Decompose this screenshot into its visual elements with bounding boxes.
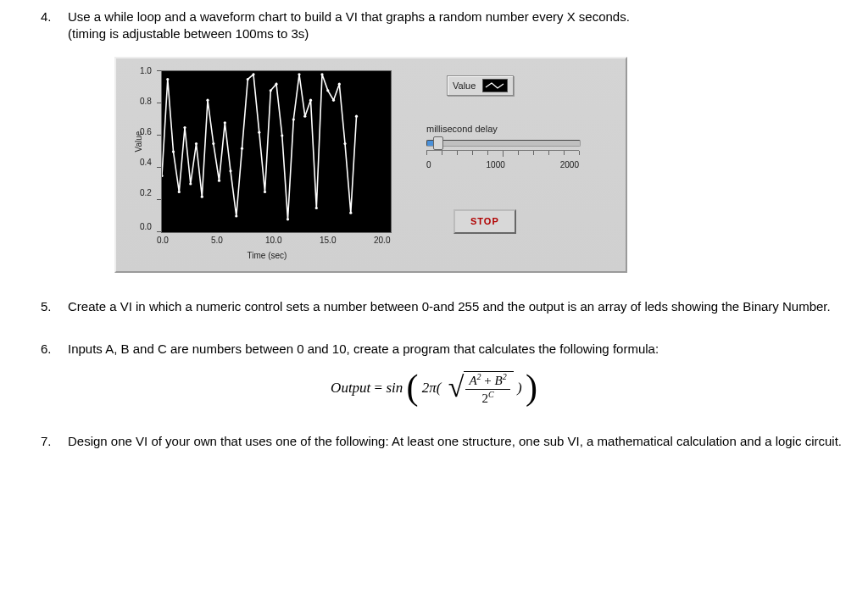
y-axis-label: Value (133, 116, 144, 167)
svg-point-9 (212, 142, 214, 145)
q6-number: 6. (41, 341, 52, 358)
svg-point-13 (235, 214, 237, 217)
q4-number: 4. (41, 8, 52, 25)
svg-point-7 (201, 196, 203, 198)
q5-text: Create a VI in which a numeric control s… (68, 298, 843, 315)
svg-point-5 (189, 182, 192, 185)
slider-max: 2000 (560, 159, 579, 170)
slider-scale-values: 0 1000 2000 (426, 159, 579, 170)
svg-point-29 (326, 89, 329, 92)
svg-point-30 (332, 99, 335, 102)
legend-swatch (482, 79, 508, 92)
q7-number: 7. (41, 433, 52, 450)
q7-text: Design one VI of your own that uses one … (68, 433, 843, 450)
svg-point-28 (320, 73, 323, 75)
svg-point-31 (338, 83, 341, 86)
formula-func: sin (386, 380, 403, 396)
svg-point-3 (178, 191, 181, 193)
svg-point-8 (206, 99, 209, 102)
slider-label: millisecond delay (426, 123, 619, 135)
svg-point-12 (229, 169, 231, 172)
sqrt-body: A2 + B2 2C (464, 371, 513, 407)
svg-point-15 (247, 78, 249, 80)
question-4: 4. Use a while loop and a waveform chart… (25, 8, 843, 273)
waveform-chart: 1.0 0.8 0.6 0.4 0.2 0.0 Value 0.0 5.0 10… (123, 65, 411, 264)
svg-point-24 (298, 73, 300, 75)
ytick-label: 1.0 (140, 65, 152, 76)
xtick-label: 15.0 (320, 235, 336, 246)
svg-point-20 (275, 83, 277, 86)
question-5: 5. Create a VI in which a numeric contro… (25, 298, 843, 315)
slider-min: 0 (426, 159, 431, 170)
sqrt-expression: √ A2 + B2 2C (445, 370, 514, 408)
svg-point-19 (270, 89, 272, 92)
svg-point-21 (281, 134, 283, 136)
xtick-label: 5.0 (211, 235, 223, 246)
controls-area: Value millisecond delay 0 1000 2000 (421, 65, 619, 268)
question-7: 7. Design one VI of your own that uses o… (25, 433, 843, 450)
q6-text: Inputs A, B and C are numbers between 0 … (68, 341, 843, 358)
open-paren-icon: ( (407, 368, 419, 407)
formula: Output = sin ( 2π( √ A2 + B2 2C ) ) (25, 370, 843, 408)
svg-point-23 (292, 118, 295, 120)
svg-point-4 (183, 126, 186, 129)
q4-body: Use a while loop and a waveform chart to… (68, 8, 843, 42)
xtick-label: 10.0 (265, 235, 281, 246)
ytick-label: 0.0 (140, 221, 152, 232)
close-paren-icon: ) (526, 368, 537, 407)
svg-point-14 (241, 147, 243, 150)
svg-point-27 (315, 207, 318, 209)
slider-tick-marks (426, 150, 579, 158)
xtick-label: 20.0 (374, 235, 390, 246)
stop-button-label: STOP (470, 216, 499, 226)
svg-point-25 (303, 115, 306, 118)
close-small-paren: ) (517, 380, 522, 396)
slider-mid: 1000 (487, 159, 505, 170)
svg-point-26 (309, 99, 312, 102)
waveform-line (162, 71, 391, 232)
svg-point-34 (355, 115, 358, 118)
q4-text-1: Use a while loop and a waveform chart to… (68, 9, 630, 24)
svg-point-1 (166, 78, 169, 80)
slider-thumb[interactable] (433, 136, 443, 150)
svg-point-6 (195, 142, 198, 145)
svg-point-10 (218, 180, 220, 182)
svg-point-18 (264, 191, 266, 193)
svg-point-11 (224, 121, 226, 124)
plot-area (161, 70, 392, 233)
xtick-label: 0.0 (157, 235, 169, 246)
legend-text: Value (453, 80, 476, 92)
fraction: A2 + B2 2C (465, 372, 509, 405)
chart-legend: Value (447, 75, 514, 96)
svg-point-32 (343, 142, 346, 145)
equals-sign: = (375, 380, 387, 396)
stop-button[interactable]: STOP (453, 209, 516, 233)
question-6: 6. Inputs A, B and C are numbers between… (25, 341, 843, 408)
delay-slider: millisecond delay 0 1000 2000 (426, 123, 619, 170)
vi-front-panel: 1.0 0.8 0.6 0.4 0.2 0.0 Value 0.0 5.0 10… (114, 57, 627, 273)
formula-lhs: Output (331, 380, 370, 396)
exp-C: C (488, 390, 494, 399)
svg-point-22 (287, 218, 289, 220)
x-axis-label: Time (sec) (123, 250, 411, 261)
svg-point-16 (252, 73, 254, 75)
svg-point-33 (349, 212, 352, 214)
svg-point-0 (162, 175, 164, 177)
legend-line-icon (485, 81, 505, 90)
ytick-label: 0.2 (140, 187, 152, 198)
slider-track[interactable] (426, 140, 581, 147)
ytick-label: 0.8 (140, 96, 152, 107)
svg-point-2 (172, 150, 175, 153)
svg-point-17 (258, 131, 260, 134)
q4-text-2: (timing is adjustable between 100ms to 3… (68, 26, 309, 41)
q5-number: 5. (41, 298, 52, 315)
sqrt-icon: √ (448, 371, 465, 402)
two-pi-open: 2π( (422, 380, 442, 396)
